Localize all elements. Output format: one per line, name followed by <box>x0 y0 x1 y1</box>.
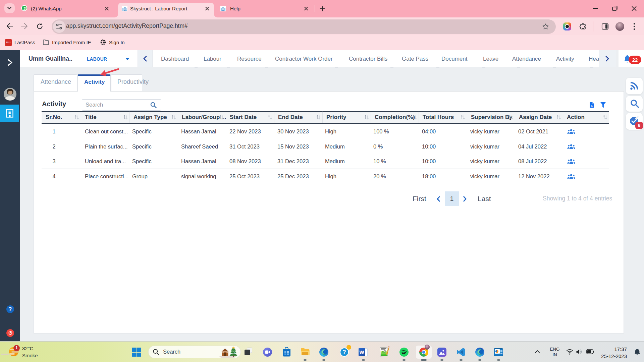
svg-text:x: x <box>591 104 593 107</box>
